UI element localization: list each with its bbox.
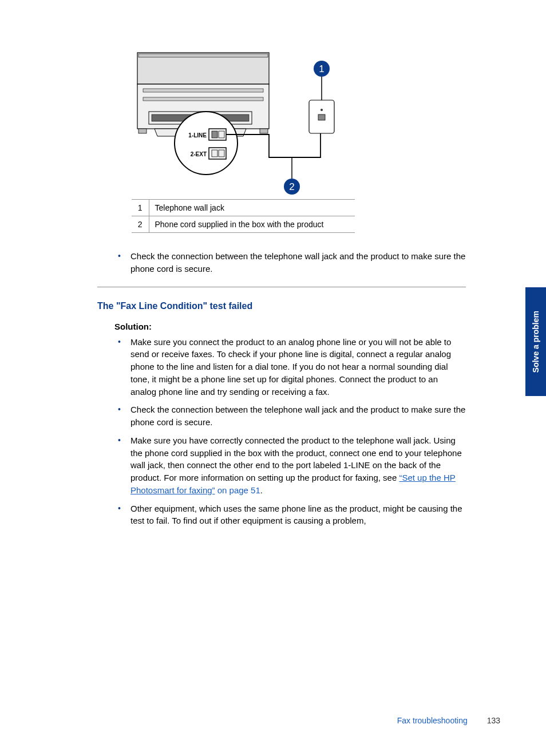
svg-rect-15 xyxy=(212,150,217,157)
svg-rect-7 xyxy=(139,129,147,133)
svg-text:2: 2 xyxy=(289,181,294,192)
svg-rect-16 xyxy=(219,150,224,157)
svg-text:1: 1 xyxy=(319,64,324,74)
list-item: Check the connection between the telepho… xyxy=(114,250,466,275)
bullet-text-end: . xyxy=(260,485,263,495)
legend-text: Phone cord supplied in the box with the … xyxy=(149,216,355,233)
section-divider xyxy=(97,287,466,287)
legend-num: 2 xyxy=(132,216,149,233)
legend-table: 1 Telephone wall jack 2 Phone cord suppl… xyxy=(132,199,355,233)
svg-point-20 xyxy=(321,109,323,111)
svg-rect-1 xyxy=(139,54,268,57)
top-bullet-list: Check the connection between the telepho… xyxy=(114,250,466,275)
section-heading: The "Fax Line Condition" test failed xyxy=(97,301,500,311)
footer-section: Fax troubleshooting xyxy=(397,716,468,725)
link-page-ref: on page 51 xyxy=(215,485,260,495)
footer-page-number: 133 xyxy=(487,716,500,725)
side-tab-label: Solve a problem xyxy=(531,311,540,373)
side-tab: Solve a problem xyxy=(525,287,546,396)
list-item: Check the connection between the telepho… xyxy=(114,403,466,429)
connection-diagram: 1-LINE 2-EXT 1 2 xyxy=(132,46,349,195)
svg-rect-19 xyxy=(318,114,325,120)
list-item: Make sure you have correctly connected t… xyxy=(114,434,466,497)
solution-bullet-list: Make sure you connect the product to an … xyxy=(114,336,466,528)
table-row: 1 Telephone wall jack xyxy=(132,200,355,216)
svg-rect-3 xyxy=(143,89,263,92)
list-item: Make sure you connect the product to an … xyxy=(114,336,466,398)
legend-text: Telephone wall jack xyxy=(149,200,355,216)
svg-rect-12 xyxy=(219,131,224,138)
table-row: 2 Phone cord supplied in the box with th… xyxy=(132,216,355,233)
legend-num: 1 xyxy=(132,200,149,216)
solution-label: Solution: xyxy=(114,322,466,331)
svg-text:1-LINE: 1-LINE xyxy=(188,132,207,138)
page-footer: Fax troubleshooting 133 xyxy=(397,716,500,725)
svg-point-9 xyxy=(175,112,238,175)
svg-rect-8 xyxy=(260,129,268,133)
svg-rect-4 xyxy=(143,97,263,101)
svg-text:2-EXT: 2-EXT xyxy=(191,151,207,157)
svg-rect-11 xyxy=(212,131,217,138)
list-item: Other equipment, which uses the same pho… xyxy=(114,502,466,528)
